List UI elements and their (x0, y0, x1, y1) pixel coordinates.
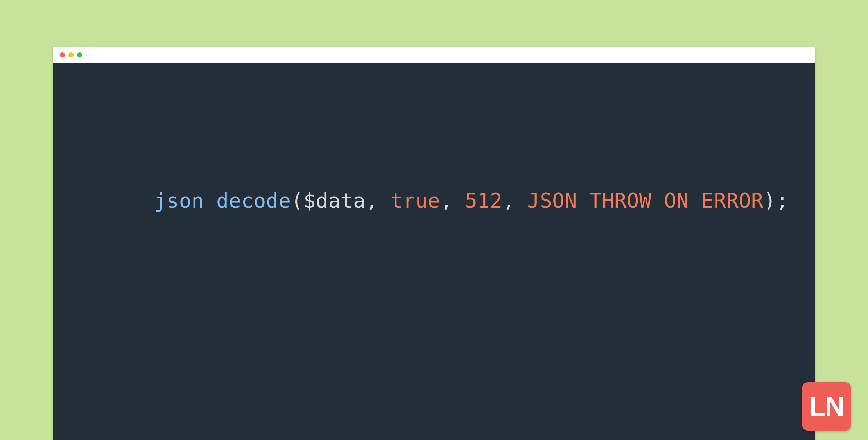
code-paren-close: ); (764, 189, 789, 212)
editor-window: json_decode($data, true, 512, JSON_THROW… (53, 47, 815, 440)
brand-badge: LN (802, 382, 851, 431)
code-arg-depth: 512 (465, 189, 502, 212)
code-sep-3: , (502, 189, 527, 212)
minimize-icon[interactable] (68, 52, 74, 57)
code-line: json_decode($data, true, 512, JSON_THROW… (79, 165, 788, 236)
code-variable: $data (303, 189, 366, 212)
editor-pane: json_decode($data, true, 512, JSON_THROW… (53, 63, 815, 440)
code-sep-1: , (366, 189, 391, 212)
code-sep-2: , (440, 189, 465, 212)
zoom-icon[interactable] (77, 52, 82, 57)
code-function: json_decode (154, 189, 291, 212)
window-titlebar (53, 47, 815, 63)
code-arg-true: true (391, 189, 440, 212)
brand-badge-text: LN (809, 391, 844, 422)
close-icon[interactable] (60, 52, 65, 57)
code-arg-flag: JSON_THROW_ON_ERROR (527, 189, 764, 212)
code-paren-open: ( (291, 189, 303, 212)
